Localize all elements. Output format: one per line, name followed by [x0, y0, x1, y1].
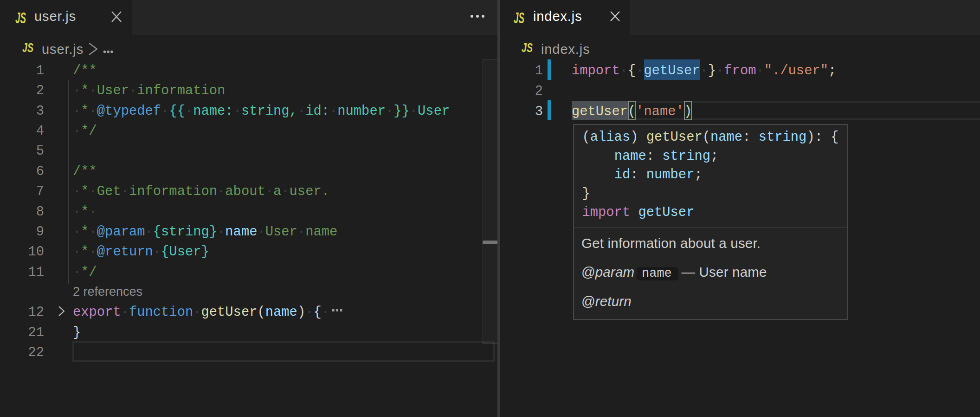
svg-text:JS: JS — [15, 11, 26, 25]
svg-text:JS: JS — [522, 41, 533, 54]
svg-text:JS: JS — [22, 41, 33, 54]
svg-text:JS: JS — [514, 11, 524, 25]
